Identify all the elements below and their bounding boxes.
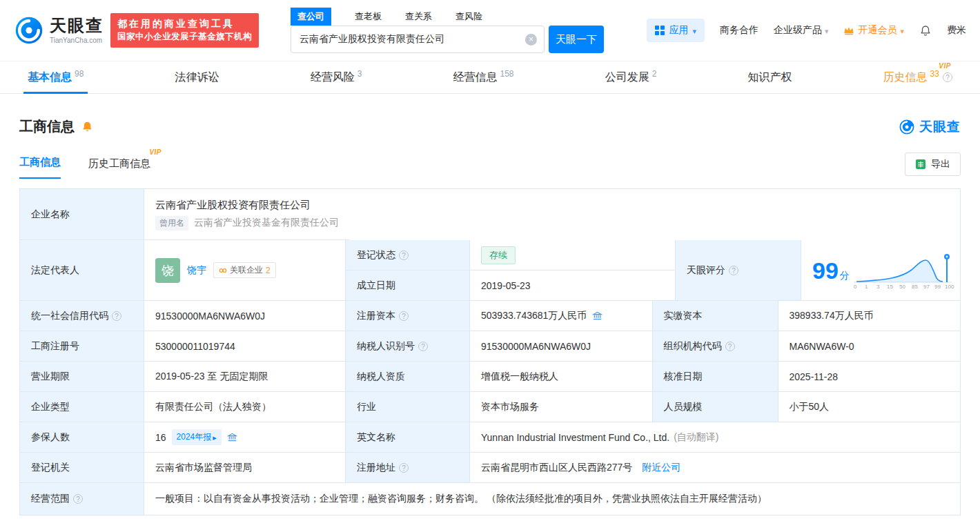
monitor-bell-icon[interactable] bbox=[81, 120, 94, 133]
field-label-reg-capital: 注册资本 bbox=[346, 301, 470, 331]
search-button[interactable]: 天眼一下 bbox=[549, 26, 604, 53]
help-icon[interactable] bbox=[112, 311, 121, 321]
enterprise-products-label: 企业级产品 bbox=[774, 24, 822, 37]
field-value-taxpayer-id: 91530000MA6NWA6W0J bbox=[470, 331, 653, 362]
section-title: 工商信息 bbox=[19, 117, 75, 136]
search-tab-boss[interactable]: 查老板 bbox=[348, 8, 389, 26]
field-label-biz-scope: 经营范围 bbox=[20, 483, 144, 515]
capital-change-icon[interactable] bbox=[592, 311, 602, 321]
clear-search-icon[interactable] bbox=[525, 34, 537, 46]
subtab-business-info[interactable]: 工商信息 bbox=[19, 156, 61, 179]
annual-report-chip[interactable]: 2024年报 bbox=[172, 429, 222, 445]
apps-menu-button[interactable]: 应用 bbox=[647, 19, 705, 42]
related-companies-label: 关联企业 bbox=[230, 264, 263, 276]
search-tabs: 查公司 查老板 查关系 查风险 bbox=[291, 8, 604, 26]
tab-count: 2 bbox=[652, 69, 657, 79]
legal-rep-name-link[interactable]: 饶宇 bbox=[187, 264, 206, 277]
tab-basic-info[interactable]: 基本信息 98 bbox=[23, 61, 88, 93]
enterprise-products-menu[interactable]: 企业级产品 bbox=[774, 24, 829, 37]
arrow-right-icon bbox=[213, 433, 217, 442]
slogan-line1: 都在用的商业查询工具 bbox=[117, 17, 252, 30]
field-value-biz-scope: 一般项目：以自有资金从事投资活动；企业管理；融资咨询服务；财务咨询。 （除依法须… bbox=[144, 483, 960, 515]
help-icon[interactable] bbox=[418, 342, 428, 351]
logo-brand-text: 天眼查 bbox=[50, 17, 104, 35]
vip-badge: VIP bbox=[939, 62, 951, 70]
search-input[interactable] bbox=[291, 26, 544, 52]
search-tab-company[interactable]: 查公司 bbox=[291, 8, 331, 26]
field-value-establish-date: 2019-05-23 bbox=[470, 271, 676, 301]
table-row: 经营范围 一般项目：以自有资金从事投资活动；企业管理；融资咨询服务；财务咨询。 … bbox=[20, 483, 960, 515]
svg-text:99: 99 bbox=[934, 284, 941, 290]
field-value-approval-date: 2025-11-28 bbox=[778, 362, 961, 392]
vip-badge: VIP bbox=[149, 148, 161, 156]
field-label-reg-status: 登记状态 bbox=[346, 240, 470, 271]
tab-label: 法律诉讼 bbox=[175, 70, 219, 85]
tab-operating-risk[interactable]: 经营风险 3 bbox=[306, 61, 366, 93]
table-row: 统一社会信用代码 91530000MA6NWA6W0J 注册资本 503933.… bbox=[20, 301, 960, 331]
tab-count: 3 bbox=[357, 69, 362, 79]
field-label-industry: 行业 bbox=[346, 392, 470, 422]
svg-text:15: 15 bbox=[887, 284, 893, 290]
field-value-legal-rep: 饶 饶宇 关联企业 2 bbox=[144, 240, 346, 301]
watermark-text: 天眼查 bbox=[919, 118, 961, 136]
tab-history-info[interactable]: VIP 历史信息 33 bbox=[879, 61, 957, 93]
field-value-reg-status: 存续 bbox=[470, 240, 676, 271]
subtab-history-business-info[interactable]: VIP 历史工商信息 bbox=[88, 157, 150, 179]
tab-label: 公司发展 bbox=[605, 70, 649, 85]
bell-icon bbox=[919, 24, 932, 37]
related-companies-chip[interactable]: 关联企业 2 bbox=[213, 262, 276, 278]
help-icon[interactable] bbox=[399, 463, 409, 473]
status-badge: 存续 bbox=[481, 246, 516, 264]
open-vip-button[interactable]: 开通会员 bbox=[843, 24, 904, 37]
field-label-biz-term: 营业期限 bbox=[20, 362, 144, 392]
tianyancha-logo-icon bbox=[14, 15, 44, 46]
field-value-taxpayer-quality: 增值税一般纳税人 bbox=[470, 362, 653, 392]
field-value-staff-size: 小于50人 bbox=[778, 392, 961, 422]
field-value-org-code: MA6NWA6W-0 bbox=[778, 331, 961, 362]
nearby-companies-link[interactable]: 附近公司 bbox=[642, 462, 680, 474]
user-menu[interactable]: 费米 bbox=[947, 24, 966, 37]
table-row: 法定代表人 饶 饶宇 关联企业 2 登记状态 存续 bbox=[20, 240, 960, 301]
help-icon[interactable] bbox=[399, 311, 409, 321]
search-tab-relation[interactable]: 查关系 bbox=[398, 8, 439, 26]
help-icon[interactable] bbox=[943, 72, 952, 82]
field-label-credit-code: 统一社会信用代码 bbox=[20, 301, 144, 331]
export-button[interactable]: 导出 bbox=[905, 153, 961, 176]
field-label-taxpayer-id: 纳税人识别号 bbox=[346, 331, 470, 362]
help-icon[interactable] bbox=[725, 342, 735, 351]
table-row: 企业名称 云南省产业股权投资有限责任公司 曾用名 云南省产业投资基金有限责任公司 bbox=[20, 189, 960, 240]
tab-operating-info[interactable]: 经营信息 158 bbox=[449, 61, 518, 93]
tab-count: 33 bbox=[930, 69, 939, 79]
field-label-insured-count: 参保人数 bbox=[20, 422, 144, 453]
insured-change-icon[interactable] bbox=[227, 432, 237, 442]
help-icon[interactable] bbox=[729, 266, 738, 275]
help-icon[interactable] bbox=[73, 494, 83, 504]
former-name-tag: 曾用名 bbox=[155, 216, 188, 230]
business-cooperation-link[interactable]: 商务合作 bbox=[720, 24, 758, 37]
score-distribution-chart: 0 1 3 15 50 85 97 99 100 bbox=[851, 250, 954, 291]
related-companies-icon bbox=[219, 266, 227, 275]
tab-intellectual-property[interactable]: 知识产权 bbox=[743, 61, 796, 93]
field-label-english-name: 英文名称 bbox=[346, 422, 470, 453]
tab-legal-proceedings[interactable]: 法律诉讼 bbox=[171, 61, 224, 93]
slogan-line2: 国家中小企业发展子基金旗下机构 bbox=[117, 30, 252, 43]
svg-text:100: 100 bbox=[945, 284, 954, 290]
table-row: 参保人数 16 2024年报 英文名称 Yunnan Industrial In… bbox=[20, 422, 960, 453]
tianyancha-logo[interactable]: 天眼查 TianYanCha.com bbox=[14, 15, 104, 46]
field-label-reg-address: 注册地址 bbox=[346, 453, 470, 483]
table-row: 营业期限 2019-05-23 至 无固定期限 纳税人资质 增值税一般纳税人 核… bbox=[20, 362, 960, 392]
former-name-link[interactable]: 云南省产业投资基金有限责任公司 bbox=[194, 217, 339, 229]
field-value-reg-authority: 云南省市场监督管理局 bbox=[144, 453, 346, 483]
notifications-bell-button[interactable] bbox=[919, 24, 932, 37]
field-label-approval-date: 核准日期 bbox=[653, 362, 778, 392]
brand-slogan-banner: 都在用的商业查询工具 国家中小企业发展子基金旗下机构 bbox=[110, 13, 259, 48]
field-label-staff-size: 人员规模 bbox=[653, 392, 778, 422]
score-unit: 分 bbox=[840, 270, 850, 282]
chevron-down-icon bbox=[825, 25, 829, 36]
help-icon[interactable] bbox=[399, 250, 409, 260]
search-tab-risk[interactable]: 查风险 bbox=[449, 8, 489, 26]
legal-rep-avatar[interactable]: 饶 bbox=[155, 258, 180, 283]
annual-report-label: 2024年报 bbox=[177, 431, 212, 443]
company-name-text: 云南省产业股权投资有限责任公司 bbox=[155, 199, 311, 212]
tab-company-development[interactable]: 公司发展 2 bbox=[601, 61, 661, 93]
